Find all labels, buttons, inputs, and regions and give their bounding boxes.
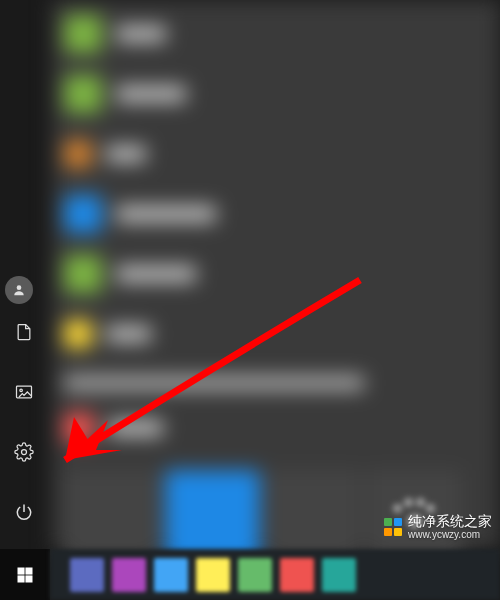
app-label	[116, 86, 186, 102]
app-icon	[64, 75, 102, 113]
app-list-item[interactable]	[64, 6, 488, 62]
start-menu-rail	[0, 313, 48, 549]
svg-rect-4	[18, 567, 25, 574]
taskbar-item[interactable]	[322, 558, 356, 592]
taskbar-item[interactable]	[238, 558, 272, 592]
app-list-item[interactable]	[64, 126, 488, 182]
settings-icon	[14, 442, 34, 462]
app-label	[116, 26, 166, 42]
svg-rect-5	[25, 567, 32, 574]
app-list-item[interactable]	[64, 400, 488, 456]
documents-icon	[14, 322, 34, 342]
taskbar-item[interactable]	[280, 558, 314, 592]
watermark-title: 纯净系统之家	[408, 514, 492, 529]
app-icon	[64, 15, 102, 53]
app-label	[108, 420, 163, 436]
watermark-logo-icon	[384, 518, 402, 536]
app-label	[106, 146, 146, 162]
power-icon	[14, 502, 34, 522]
start-menu-app-list	[52, 0, 500, 549]
start-icon	[15, 565, 35, 585]
app-label	[106, 326, 151, 342]
app-icon	[64, 195, 102, 233]
svg-rect-7	[25, 575, 32, 582]
app-icon	[64, 255, 102, 293]
svg-point-2	[20, 389, 22, 392]
app-icon	[64, 140, 92, 168]
app-list-item[interactable]	[64, 306, 488, 362]
settings-button[interactable]	[0, 433, 48, 471]
app-label	[116, 266, 196, 282]
pictures-icon	[14, 382, 34, 402]
app-list-item[interactable]	[64, 66, 488, 122]
app-label	[116, 206, 216, 222]
app-icon	[64, 320, 92, 348]
taskbar	[50, 549, 500, 600]
taskbar-item[interactable]	[112, 558, 146, 592]
user-icon	[12, 283, 26, 297]
taskbar-item[interactable]	[154, 558, 188, 592]
svg-rect-6	[18, 575, 25, 582]
power-button[interactable]	[0, 493, 48, 531]
start-button[interactable]	[0, 549, 50, 600]
svg-point-3	[22, 450, 27, 455]
pictures-button[interactable]	[0, 373, 48, 411]
svg-point-0	[17, 285, 22, 290]
documents-button[interactable]	[0, 313, 48, 351]
app-list-item[interactable]	[64, 246, 488, 302]
watermark-url: www.ycwzy.com	[408, 529, 492, 540]
section-header	[64, 376, 364, 390]
app-list-item[interactable]	[64, 186, 488, 242]
watermark: 纯净系统之家 www.ycwzy.com	[384, 514, 492, 540]
taskbar-item[interactable]	[196, 558, 230, 592]
user-account-button[interactable]	[5, 276, 33, 304]
app-icon	[64, 413, 94, 443]
taskbar-item[interactable]	[70, 558, 104, 592]
